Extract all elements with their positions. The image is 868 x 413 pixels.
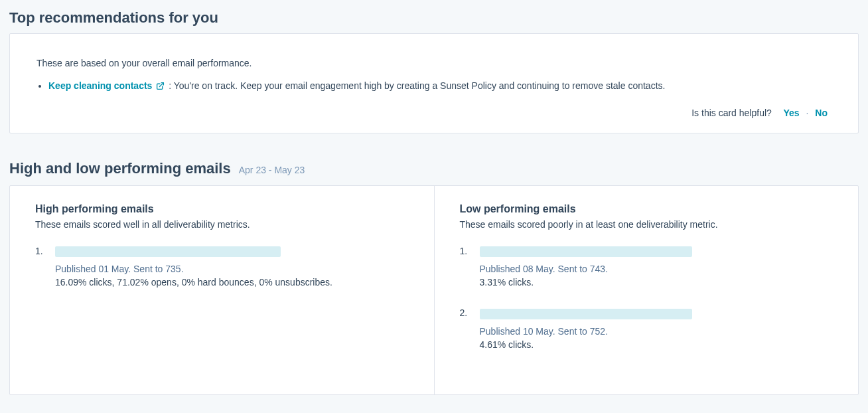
email-stats: 3.31% clicks. xyxy=(480,277,833,288)
email-link[interactable] xyxy=(480,246,692,256)
helpful-no-link[interactable]: No xyxy=(815,108,828,118)
recommendations-list: Keep cleaning contacts : You're on track… xyxy=(36,79,832,94)
separator-dot: · xyxy=(806,108,809,118)
performance-card: High performing emails These emails scor… xyxy=(9,185,859,395)
list-item: Published 08 May. Sent to 743. 3.31% cli… xyxy=(460,246,833,288)
redacted-email-name xyxy=(480,309,692,319)
email-stats: 4.61% clicks. xyxy=(480,339,833,350)
performance-date-range: Apr 23 - May 23 xyxy=(239,165,305,175)
low-description: These emails scored poorly in at least o… xyxy=(460,219,833,230)
email-link[interactable] xyxy=(55,246,281,256)
list-item: Published 10 May. Sent to 752. 4.61% cli… xyxy=(460,307,833,349)
page-root: Top recommendations for you These are ba… xyxy=(0,0,868,395)
recommendations-card: These are based on your overall email pe… xyxy=(9,33,859,133)
low-heading: Low performing emails xyxy=(460,203,833,215)
high-performing-column: High performing emails These emails scor… xyxy=(10,186,434,394)
recommendation-link-text: Keep cleaning contacts xyxy=(48,80,152,91)
external-link-icon xyxy=(156,80,165,94)
high-email-list: Published 01 May. Sent to 735. 16.09% cl… xyxy=(35,246,409,288)
recommendations-title: Top recommendations for you xyxy=(9,9,859,27)
helpful-yes-link[interactable]: Yes xyxy=(784,108,800,118)
low-email-list: Published 08 May. Sent to 743. 3.31% cli… xyxy=(460,246,833,350)
performance-header: High and low performing emails Apr 23 - … xyxy=(9,160,859,177)
helpful-row: Is this card helpful? Yes · No xyxy=(36,108,832,118)
low-performing-column: Low performing emails These emails score… xyxy=(435,186,859,394)
email-meta: Published 01 May. Sent to 735. xyxy=(55,264,409,274)
high-description: These emails scored well in all delivera… xyxy=(35,219,409,230)
helpful-prompt: Is this card helpful? xyxy=(691,108,772,118)
recommendation-colon: : xyxy=(166,80,173,91)
email-link[interactable] xyxy=(480,307,692,318)
recommendation-item: Keep cleaning contacts : You're on track… xyxy=(48,79,832,94)
recommendation-body: You're on track. Keep your email engagem… xyxy=(174,80,666,91)
email-meta: Published 10 May. Sent to 752. xyxy=(480,326,833,337)
high-heading: High performing emails xyxy=(35,203,409,215)
recommendations-intro: These are based on your overall email pe… xyxy=(36,58,832,68)
email-meta: Published 08 May. Sent to 743. xyxy=(480,264,833,274)
redacted-email-name xyxy=(55,246,281,257)
svg-line-0 xyxy=(160,83,164,87)
list-item: Published 01 May. Sent to 735. 16.09% cl… xyxy=(35,246,409,288)
keep-cleaning-contacts-link[interactable]: Keep cleaning contacts xyxy=(48,80,166,91)
email-stats: 16.09% clicks, 71.02% opens, 0% hard bou… xyxy=(55,277,409,288)
performance-title: High and low performing emails xyxy=(9,160,231,177)
redacted-email-name xyxy=(480,246,692,257)
